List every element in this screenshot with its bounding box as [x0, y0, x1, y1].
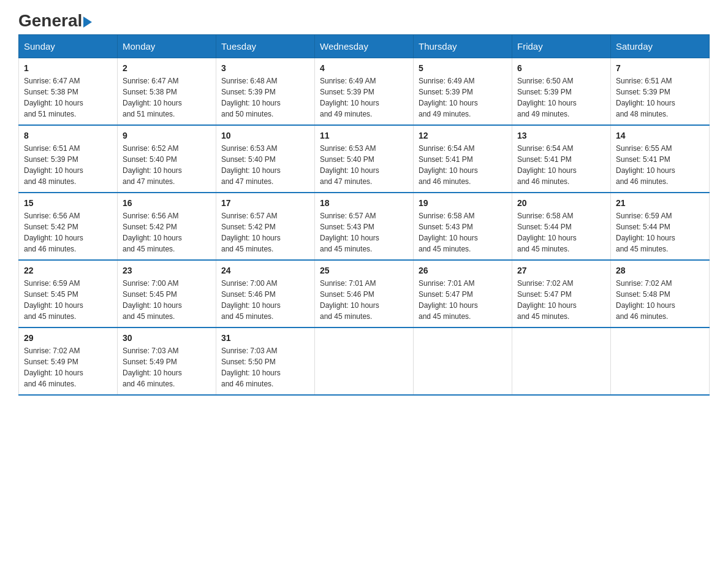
calendar-cell: 9 Sunrise: 6:52 AM Sunset: 5:40 PM Dayli… — [118, 125, 216, 193]
day-number: 25 — [320, 266, 408, 275]
weekday-header-wednesday: Wednesday — [315, 35, 414, 58]
day-number: 3 — [221, 63, 309, 73]
day-number: 28 — [616, 266, 704, 275]
day-info: Sunrise: 7:00 AM Sunset: 5:46 PM Dayligh… — [221, 279, 281, 321]
calendar-cell: 6 Sunrise: 6:50 AM Sunset: 5:39 PM Dayli… — [512, 58, 611, 126]
day-number: 9 — [123, 131, 211, 140]
weekday-header-saturday: Saturday — [611, 35, 710, 58]
calendar-cell — [611, 327, 710, 395]
day-info: Sunrise: 6:53 AM Sunset: 5:40 PM Dayligh… — [221, 144, 281, 186]
day-number: 2 — [123, 63, 211, 73]
calendar-week-row: 1 Sunrise: 6:47 AM Sunset: 5:38 PM Dayli… — [19, 58, 710, 126]
weekday-header-friday: Friday — [512, 35, 611, 58]
day-number: 12 — [419, 131, 507, 140]
day-number: 1 — [24, 63, 112, 73]
day-info: Sunrise: 6:56 AM Sunset: 5:42 PM Dayligh… — [123, 212, 182, 253]
day-info: Sunrise: 6:47 AM Sunset: 5:38 PM Dayligh… — [123, 77, 182, 118]
calendar-cell — [315, 327, 414, 395]
day-info: Sunrise: 6:49 AM Sunset: 5:39 PM Dayligh… — [320, 77, 379, 118]
day-info: Sunrise: 6:48 AM Sunset: 5:39 PM Dayligh… — [221, 77, 281, 118]
day-number: 26 — [419, 266, 507, 275]
day-info: Sunrise: 6:51 AM Sunset: 5:39 PM Dayligh… — [616, 77, 675, 118]
day-number: 4 — [320, 63, 408, 73]
day-info: Sunrise: 6:50 AM Sunset: 5:39 PM Dayligh… — [517, 77, 577, 118]
day-info: Sunrise: 6:49 AM Sunset: 5:39 PM Dayligh… — [419, 77, 478, 118]
day-info: Sunrise: 6:52 AM Sunset: 5:40 PM Dayligh… — [123, 144, 182, 186]
calendar-cell: 22 Sunrise: 6:59 AM Sunset: 5:45 PM Dayl… — [19, 260, 118, 327]
day-number: 11 — [320, 131, 408, 140]
day-number: 14 — [616, 131, 704, 140]
day-info: Sunrise: 7:02 AM Sunset: 5:49 PM Dayligh… — [24, 347, 83, 388]
day-number: 15 — [24, 198, 112, 208]
calendar-cell — [414, 327, 512, 395]
day-number: 24 — [221, 266, 309, 275]
calendar-cell: 15 Sunrise: 6:56 AM Sunset: 5:42 PM Dayl… — [19, 193, 118, 260]
calendar-cell: 12 Sunrise: 6:54 AM Sunset: 5:41 PM Dayl… — [414, 125, 512, 193]
logo-general: General — [18, 12, 92, 29]
calendar-cell: 20 Sunrise: 6:58 AM Sunset: 5:44 PM Dayl… — [512, 193, 611, 260]
calendar-cell: 16 Sunrise: 6:56 AM Sunset: 5:42 PM Dayl… — [118, 193, 216, 260]
weekday-header-sunday: Sunday — [19, 35, 118, 58]
calendar-week-row: 29 Sunrise: 7:02 AM Sunset: 5:49 PM Dayl… — [19, 327, 710, 395]
day-number: 17 — [221, 198, 309, 208]
day-number: 7 — [616, 63, 704, 73]
day-number: 27 — [517, 266, 605, 275]
calendar-week-row: 8 Sunrise: 6:51 AM Sunset: 5:39 PM Dayli… — [19, 125, 710, 193]
calendar-cell: 23 Sunrise: 7:00 AM Sunset: 5:45 PM Dayl… — [118, 260, 216, 327]
calendar-cell: 17 Sunrise: 6:57 AM Sunset: 5:42 PM Dayl… — [216, 193, 315, 260]
day-info: Sunrise: 6:59 AM Sunset: 5:44 PM Dayligh… — [616, 212, 675, 253]
day-number: 23 — [123, 266, 211, 275]
weekday-header-row: SundayMondayTuesdayWednesdayThursdayFrid… — [19, 35, 710, 58]
day-info: Sunrise: 6:55 AM Sunset: 5:41 PM Dayligh… — [616, 144, 675, 186]
day-info: Sunrise: 6:47 AM Sunset: 5:38 PM Dayligh… — [24, 77, 83, 118]
weekday-header-tuesday: Tuesday — [216, 35, 315, 58]
day-info: Sunrise: 7:02 AM Sunset: 5:48 PM Dayligh… — [616, 279, 675, 321]
weekday-header-monday: Monday — [118, 35, 216, 58]
day-number: 19 — [419, 198, 507, 208]
calendar-table: SundayMondayTuesdayWednesdayThursdayFrid… — [18, 34, 710, 396]
calendar-cell: 31 Sunrise: 7:03 AM Sunset: 5:50 PM Dayl… — [216, 327, 315, 395]
calendar-cell: 2 Sunrise: 6:47 AM Sunset: 5:38 PM Dayli… — [118, 58, 216, 126]
calendar-cell: 10 Sunrise: 6:53 AM Sunset: 5:40 PM Dayl… — [216, 125, 315, 193]
day-info: Sunrise: 7:02 AM Sunset: 5:47 PM Dayligh… — [517, 279, 577, 321]
logo: General — [18, 12, 92, 28]
day-info: Sunrise: 6:54 AM Sunset: 5:41 PM Dayligh… — [517, 144, 577, 186]
day-info: Sunrise: 6:58 AM Sunset: 5:43 PM Dayligh… — [419, 212, 478, 253]
day-info: Sunrise: 7:03 AM Sunset: 5:49 PM Dayligh… — [123, 347, 182, 388]
calendar-cell: 24 Sunrise: 7:00 AM Sunset: 5:46 PM Dayl… — [216, 260, 315, 327]
day-info: Sunrise: 7:03 AM Sunset: 5:50 PM Dayligh… — [221, 347, 281, 388]
day-info: Sunrise: 6:51 AM Sunset: 5:39 PM Dayligh… — [24, 144, 83, 186]
calendar-cell: 28 Sunrise: 7:02 AM Sunset: 5:48 PM Dayl… — [611, 260, 710, 327]
calendar-cell: 14 Sunrise: 6:55 AM Sunset: 5:41 PM Dayl… — [611, 125, 710, 193]
day-number: 20 — [517, 198, 605, 208]
day-info: Sunrise: 6:53 AM Sunset: 5:40 PM Dayligh… — [320, 144, 379, 186]
day-info: Sunrise: 6:56 AM Sunset: 5:42 PM Dayligh… — [24, 212, 83, 253]
calendar-cell: 19 Sunrise: 6:58 AM Sunset: 5:43 PM Dayl… — [414, 193, 512, 260]
day-number: 29 — [24, 333, 112, 343]
day-info: Sunrise: 6:57 AM Sunset: 5:42 PM Dayligh… — [221, 212, 281, 253]
calendar-cell: 5 Sunrise: 6:49 AM Sunset: 5:39 PM Dayli… — [414, 58, 512, 126]
calendar-cell: 8 Sunrise: 6:51 AM Sunset: 5:39 PM Dayli… — [19, 125, 118, 193]
calendar-cell: 13 Sunrise: 6:54 AM Sunset: 5:41 PM Dayl… — [512, 125, 611, 193]
calendar-cell: 7 Sunrise: 6:51 AM Sunset: 5:39 PM Dayli… — [611, 58, 710, 126]
day-number: 21 — [616, 198, 704, 208]
day-info: Sunrise: 7:01 AM Sunset: 5:46 PM Dayligh… — [320, 279, 379, 321]
day-number: 5 — [419, 63, 507, 73]
calendar-cell: 29 Sunrise: 7:02 AM Sunset: 5:49 PM Dayl… — [19, 327, 118, 395]
day-info: Sunrise: 6:54 AM Sunset: 5:41 PM Dayligh… — [419, 144, 478, 186]
calendar-week-row: 15 Sunrise: 6:56 AM Sunset: 5:42 PM Dayl… — [19, 193, 710, 260]
day-info: Sunrise: 7:00 AM Sunset: 5:45 PM Dayligh… — [123, 279, 182, 321]
calendar-week-row: 22 Sunrise: 6:59 AM Sunset: 5:45 PM Dayl… — [19, 260, 710, 327]
calendar-cell: 4 Sunrise: 6:49 AM Sunset: 5:39 PM Dayli… — [315, 58, 414, 126]
day-number: 8 — [24, 131, 112, 140]
calendar-cell: 26 Sunrise: 7:01 AM Sunset: 5:47 PM Dayl… — [414, 260, 512, 327]
day-number: 6 — [517, 63, 605, 73]
day-number: 10 — [221, 131, 309, 140]
day-number: 30 — [123, 333, 211, 343]
calendar-cell: 3 Sunrise: 6:48 AM Sunset: 5:39 PM Dayli… — [216, 58, 315, 126]
calendar-cell: 27 Sunrise: 7:02 AM Sunset: 5:47 PM Dayl… — [512, 260, 611, 327]
calendar-cell: 25 Sunrise: 7:01 AM Sunset: 5:46 PM Dayl… — [315, 260, 414, 327]
day-info: Sunrise: 6:58 AM Sunset: 5:44 PM Dayligh… — [517, 212, 577, 253]
calendar-cell: 18 Sunrise: 6:57 AM Sunset: 5:43 PM Dayl… — [315, 193, 414, 260]
day-info: Sunrise: 6:59 AM Sunset: 5:45 PM Dayligh… — [24, 279, 83, 321]
